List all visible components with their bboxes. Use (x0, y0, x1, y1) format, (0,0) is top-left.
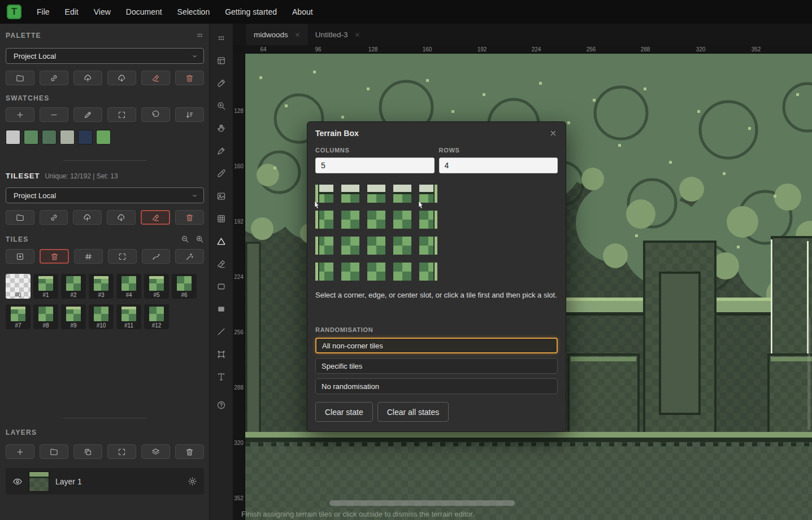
swatch-color[interactable] (24, 130, 38, 145)
dialog-close-button[interactable] (548, 128, 559, 139)
layer-delete-button[interactable] (175, 444, 204, 459)
tab-close-icon[interactable] (354, 32, 361, 38)
swatch-sort-button[interactable] (175, 107, 204, 122)
swatch-color[interactable] (78, 130, 93, 145)
help-button[interactable] (212, 395, 231, 414)
terrain-slot[interactable] (393, 263, 411, 281)
terrain-slot[interactable] (315, 211, 333, 229)
tileset-source-select[interactable]: Project Local (6, 187, 204, 203)
terrain-slot[interactable] (315, 237, 333, 255)
layer-duplicate-button[interactable] (73, 444, 102, 459)
layer-merge-button[interactable] (141, 444, 170, 459)
terrain-slot[interactable] (419, 185, 437, 203)
swatch-add-button[interactable] (6, 107, 34, 122)
terrain-slot[interactable] (393, 185, 411, 203)
layer-settings-gear-icon[interactable] (188, 477, 197, 486)
tile-cell[interactable]: #0 (6, 274, 31, 299)
swatch-select-button[interactable] (107, 107, 136, 122)
tile-add-button[interactable] (6, 249, 34, 264)
tile-cell[interactable]: #7 (6, 304, 31, 329)
tool-terrain[interactable] (212, 231, 231, 251)
terrain-slot[interactable] (393, 211, 411, 229)
palette-delete-button[interactable] (175, 71, 204, 85)
menu-about[interactable]: About (292, 7, 313, 16)
tool-eyedropper[interactable] (212, 164, 231, 183)
tile-cell[interactable]: #3 (89, 274, 114, 299)
menu-file[interactable]: File (37, 7, 50, 16)
tool-eraser[interactable] (212, 254, 231, 273)
menu-getting-started[interactable]: Getting started (225, 7, 277, 16)
clear-state-button[interactable]: Clear state (315, 402, 373, 422)
palette-clear-button[interactable] (141, 71, 170, 85)
tool-transform[interactable] (212, 344, 231, 364)
tool-text[interactable] (212, 367, 231, 386)
tileset-delete-button[interactable] (175, 210, 204, 225)
terrain-slot[interactable] (367, 211, 385, 229)
swatch-remove-button[interactable] (40, 107, 68, 122)
tool-zoom[interactable] (212, 96, 231, 115)
tab-midwoods[interactable]: midwoods (246, 24, 308, 45)
tile-cell[interactable]: #8 (33, 304, 58, 329)
swatch-color[interactable] (6, 130, 20, 145)
swatch-edit-button[interactable] (73, 107, 102, 122)
zoom-in-icon[interactable] (196, 235, 204, 243)
tileset-clear-button[interactable] (141, 210, 171, 225)
tool-pen[interactable] (212, 141, 231, 160)
panel-drag-handle-icon[interactable] (196, 31, 204, 40)
palette-cloud-download-button[interactable] (107, 71, 136, 85)
tool-grid[interactable] (212, 209, 231, 228)
clear-all-states-button[interactable]: Clear all states (377, 402, 449, 422)
toolstrip-drag-handle[interactable] (212, 28, 231, 47)
terrain-slot[interactable] (419, 237, 437, 255)
tool-pattern[interactable] (212, 186, 231, 206)
layer-add-button[interactable] (6, 444, 34, 459)
option-all-non-corner-tiles[interactable]: All non-corner tiles (315, 338, 558, 353)
tileset-folder-button[interactable] (6, 210, 34, 225)
palette-link-button[interactable] (40, 71, 68, 85)
menu-document[interactable]: Document (126, 7, 162, 16)
menu-edit[interactable]: Edit (65, 7, 79, 16)
columns-input[interactable] (315, 158, 435, 173)
terrain-slot[interactable] (367, 237, 385, 255)
tool-brush[interactable] (212, 73, 231, 93)
terrain-slot[interactable] (367, 263, 385, 281)
tile-cell[interactable]: #9 (61, 304, 86, 329)
terrain-slot[interactable] (341, 211, 359, 229)
tile-cell[interactable]: #4 (116, 274, 141, 299)
option-specific-tiles[interactable]: Specific tiles (315, 358, 558, 374)
tile-auto-button[interactable] (175, 249, 204, 264)
menu-view[interactable]: View (94, 7, 111, 16)
zoom-out-icon[interactable] (181, 235, 189, 243)
rows-input[interactable] (439, 158, 558, 173)
swatch-undo-button[interactable] (141, 107, 170, 122)
horizontal-scrollbar[interactable] (329, 500, 515, 506)
tile-cell[interactable]: #12 (144, 304, 169, 329)
swatch-color[interactable] (42, 130, 57, 145)
tileset-link-button[interactable] (40, 210, 68, 225)
terrain-slot[interactable] (315, 263, 333, 281)
terrain-slot[interactable] (419, 263, 437, 281)
tool-rectangle[interactable] (212, 277, 231, 296)
layer-select-button[interactable] (107, 444, 136, 459)
tile-cell[interactable]: #6 (172, 274, 197, 299)
visibility-eye-icon[interactable] (12, 477, 23, 487)
palette-source-select[interactable]: Project Local (6, 48, 204, 64)
tool-line[interactable] (212, 322, 231, 341)
terrain-slot[interactable] (315, 185, 333, 203)
terrain-slot[interactable] (419, 211, 437, 229)
tile-cell[interactable]: #11 (116, 304, 141, 329)
swatch-color[interactable] (96, 130, 111, 145)
terrain-slot[interactable] (367, 185, 385, 203)
option-no-randomisation[interactable]: No randomisation (315, 378, 558, 394)
tile-id-button[interactable] (74, 249, 103, 264)
swatch-color[interactable] (60, 130, 75, 145)
tab-untitled-3[interactable]: Untitled-3 (308, 24, 368, 45)
terrain-slot[interactable] (341, 185, 359, 203)
palette-folder-button[interactable] (6, 71, 34, 85)
terrain-slot[interactable] (341, 237, 359, 255)
vertical-scrollbar[interactable] (807, 317, 810, 430)
tool-rectangle-fill[interactable] (212, 299, 231, 318)
terrain-slot[interactable] (341, 263, 359, 281)
menu-selection[interactable]: Selection (177, 7, 210, 16)
tile-delete-button[interactable] (40, 249, 70, 264)
